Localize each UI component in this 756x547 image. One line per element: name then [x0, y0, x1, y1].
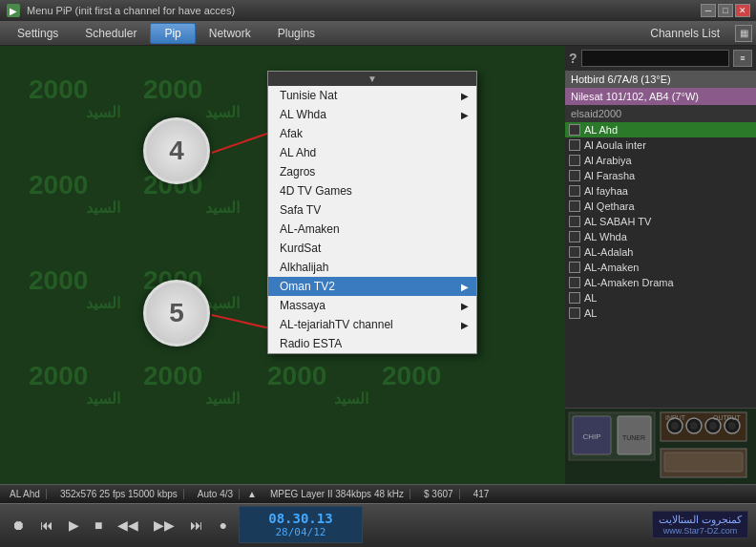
channel-item-al-whda[interactable]: AL Whda	[565, 229, 756, 244]
dropdown-item-al-whda[interactable]: AL Whda ▶	[268, 105, 476, 124]
svg-point-8	[671, 422, 679, 430]
stop-button[interactable]: ■	[91, 515, 106, 535]
menu-settings[interactable]: Settings	[4, 24, 72, 43]
channel-name-al-x1: AL	[584, 292, 752, 304]
time-display: 08.30.13 28/04/12	[239, 506, 363, 543]
maximize-button[interactable]: □	[718, 4, 733, 17]
satellite-nilesat[interactable]: Nilesat 101/102, AB4 (7°W)	[565, 88, 756, 105]
channel-item-al-arabiya[interactable]: Al Arabiya	[565, 153, 756, 168]
channel-checkbox-al-amaken-drama[interactable]	[569, 277, 580, 288]
prev-button[interactable]: ⏮	[36, 515, 57, 535]
record-button[interactable]: ⏺	[8, 515, 29, 535]
menu-scheduler[interactable]: Scheduler	[72, 24, 150, 43]
tv-card-image: INPUT OUTPUT CHIP TUNER	[565, 409, 756, 484]
channel-checkbox-al-ahd[interactable]	[569, 124, 580, 136]
dropdown-item-tunisie-nat[interactable]: Tunisie Nat ▶	[268, 86, 476, 105]
channel-name-al-fayhaa: Al fayhaa	[584, 185, 752, 197]
channel-checkbox-al-aoula[interactable]	[569, 139, 580, 151]
dropdown-item-al-tejaria[interactable]: AL-tejariahTV channel ▶	[268, 315, 476, 334]
close-button[interactable]: ✕	[735, 4, 750, 17]
menu-pip[interactable]: Pip	[150, 23, 195, 44]
dropdown-item-safa-tv[interactable]: Safa TV	[268, 200, 476, 220]
status-audio: MPEG Layer II 384kbps 48 kHz	[264, 489, 410, 499]
status-resolution: 352x576 25 fps 15000 kbps	[54, 489, 184, 499]
dropdown-item-oman-tv2[interactable]: Oman TV2 ▶	[268, 277, 476, 296]
main-area: 2000 2000 2000 2000 2000 2000 2000 2000 …	[0, 46, 756, 484]
status-extra: 417	[468, 489, 495, 499]
channel-checkbox-al-adalah[interactable]	[569, 246, 580, 258]
logo-line1: كمنجروت الستالايت	[659, 514, 742, 526]
watermark-1: 2000	[29, 74, 88, 105]
channel-item-al-adalah[interactable]: AL-Adalah	[565, 244, 756, 260]
dropdown-item-massaya[interactable]: Massaya ▶	[268, 296, 476, 315]
status-arrow: ▲	[247, 489, 257, 499]
channels-list-button[interactable]: Channels List	[642, 24, 727, 43]
arabic-wm-6: السيد	[86, 294, 120, 312]
title-bar: ▶ Menu PiP (init first a channel for hav…	[0, 0, 756, 21]
status-bar: AL Ahd 352x576 25 fps 15000 kbps Auto 4/…	[0, 484, 756, 503]
dropdown-item-al-amaken[interactable]: AL-Amaken	[268, 220, 476, 239]
dropdown-item-kurdsat[interactable]: KurdSat	[268, 239, 476, 258]
dropdown-item-radio-esta[interactable]: Radio ESTA	[268, 334, 476, 353]
channel-item-al-aoula[interactable]: Al Aoula inter	[565, 137, 756, 153]
logo-area: كمنجروت الستالايت www.Star7-DZ.com	[652, 511, 748, 538]
circle-button[interactable]: ●	[215, 515, 230, 535]
watermark-16: 2000	[382, 361, 441, 391]
satellite-hotbird[interactable]: Hotbird 6/7A/8 (13°E)	[565, 71, 756, 88]
channel-checkbox-al-whda[interactable]	[569, 231, 580, 242]
arabic-wm-10: السيد	[205, 389, 240, 408]
date-value: 28/04/12	[249, 526, 352, 538]
video-area: 2000 2000 2000 2000 2000 2000 2000 2000 …	[0, 46, 565, 484]
fast-forward-button[interactable]: ▶▶	[150, 515, 178, 535]
channels-list[interactable]: AL Ahd Al Aoula inter Al Arabiya Al Fara…	[565, 122, 756, 408]
channel-checkbox-al-fayhaa[interactable]	[569, 185, 580, 197]
channel-name-al-amaken-drama: AL-Amaken Drama	[584, 277, 752, 288]
svg-text:TUNER: TUNER	[622, 434, 645, 441]
rewind-button[interactable]: ◀◀	[114, 515, 142, 535]
dropdown-item-afak[interactable]: Afak	[268, 124, 476, 143]
status-channel: AL Ahd	[4, 489, 47, 499]
channel-item-al-qethara[interactable]: Al Qethara	[565, 199, 756, 214]
dropdown-item-4d-tv[interactable]: 4D TV Games	[268, 181, 476, 200]
channel-name-al-qethara: Al Qethara	[584, 200, 752, 212]
status-aspect: Auto 4/3	[192, 489, 240, 499]
channel-item-al-amaken-drama[interactable]: AL-Amaken Drama	[565, 275, 756, 290]
channel-item-al-ahd[interactable]: AL Ahd	[565, 122, 756, 137]
channel-name-al-whda: AL Whda	[584, 231, 752, 242]
search-question-icon: ?	[569, 51, 578, 66]
channel-checkbox-al-qethara[interactable]	[569, 200, 580, 212]
play-button[interactable]: ▶	[65, 515, 83, 535]
channel-checkbox-al-amaken[interactable]	[569, 262, 580, 273]
channel-checkbox-al-x2[interactable]	[569, 307, 580, 319]
channel-item-al-fayhaa[interactable]: Al fayhaa	[565, 183, 756, 199]
arabic-wm-11: السيد	[334, 389, 368, 408]
app-icon: ▶	[6, 3, 21, 18]
svg-point-10	[690, 422, 698, 430]
channel-checkbox-al-x1[interactable]	[569, 292, 580, 304]
channel-item-al-x2[interactable]: AL	[565, 305, 756, 321]
pip-number-1: 4	[169, 136, 184, 166]
menu-plugins[interactable]: Plugins	[264, 24, 328, 43]
channel-name-al-x2: AL	[584, 307, 752, 319]
channel-checkbox-al-arabiya[interactable]	[569, 155, 580, 166]
dropdown-item-alkhalijah[interactable]: Alkhalijah	[268, 258, 476, 277]
menu-network[interactable]: Network	[196, 24, 264, 43]
arabic-wm-5: السيد	[205, 199, 240, 217]
minimize-button[interactable]: ─	[701, 4, 716, 17]
search-button[interactable]: ≡	[733, 50, 752, 67]
channel-checkbox-al-farasha[interactable]	[569, 170, 580, 181]
channel-checkbox-al-sabah[interactable]	[569, 216, 580, 227]
channel-name-al-sabah: AL SABAH TV	[584, 216, 752, 227]
next-button[interactable]: ⏭	[186, 515, 207, 535]
channel-item-al-sabah[interactable]: AL SABAH TV	[565, 214, 756, 229]
channel-name-al-arabiya: Al Arabiya	[584, 155, 752, 166]
channel-item-al-x1[interactable]: AL	[565, 290, 756, 305]
window-controls: ─ □ ✕	[701, 4, 750, 17]
channel-item-al-amaken[interactable]: AL-Amaken	[565, 260, 756, 275]
search-input[interactable]	[581, 50, 729, 67]
dropdown-item-al-ahd[interactable]: AL Ahd	[268, 143, 476, 162]
time-value: 08.30.13	[249, 511, 352, 526]
grid-icon[interactable]: ▦	[735, 25, 752, 42]
dropdown-item-zagros[interactable]: Zagros	[268, 162, 476, 181]
channel-item-al-farasha[interactable]: Al Farasha	[565, 168, 756, 183]
